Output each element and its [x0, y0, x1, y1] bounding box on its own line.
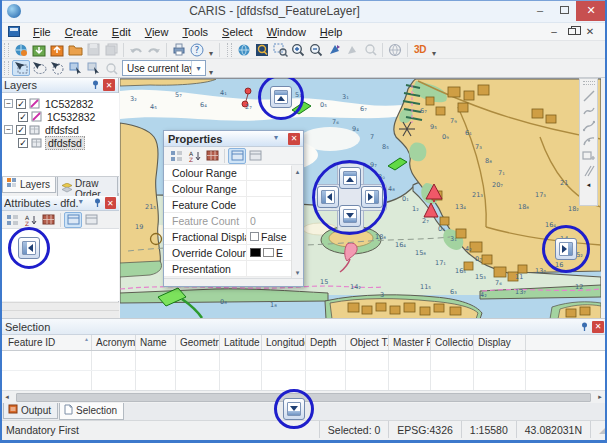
mdi-close-button[interactable]: ✕ [581, 25, 599, 39]
column-header-master-f[interactable]: Master F... [389, 335, 431, 350]
property-row[interactable]: Fractional DisplayFalse [164, 229, 291, 245]
attributes-panel-titlebar[interactable]: Attributes - dfd... ▾ ✕ [0, 196, 119, 211]
document-menu-icon[interactable] [8, 26, 20, 37]
open-folder-icon[interactable] [66, 42, 84, 58]
print-icon[interactable] [170, 42, 188, 58]
export-icon[interactable] [48, 42, 66, 58]
window-menu-icon[interactable]: ▾ [274, 133, 286, 145]
redo-icon[interactable] [145, 42, 163, 58]
categorized-view-icon[interactable] [167, 148, 185, 164]
toolbar-grip[interactable] [4, 61, 9, 75]
save-all-icon[interactable] [102, 42, 120, 58]
rotate-view-icon[interactable] [325, 42, 343, 58]
property-row[interactable]: Override ColourE [164, 245, 291, 261]
select-circle-tool-icon[interactable] [48, 60, 66, 76]
select-add-tool-icon[interactable] [66, 60, 84, 76]
zoom-in-icon[interactable] [289, 42, 307, 58]
property-row[interactable]: Feature Count0 [164, 213, 291, 229]
property-row[interactable]: Colour Range [164, 165, 291, 181]
column-header-latitude[interactable]: Latitude [220, 335, 262, 350]
tab-output[interactable]: Output [3, 403, 58, 419]
close-button[interactable]: ✕ [576, 0, 606, 21]
toolbar-grip[interactable] [583, 81, 595, 85]
maximize-button[interactable] [552, 1, 576, 20]
layer-tree-item[interactable]: −✓dfdsfsd [0, 123, 119, 136]
menu-item-window[interactable]: Window [260, 24, 313, 40]
layers-panel-titlebar[interactable]: Layers ✕ [0, 78, 118, 93]
new-session-icon[interactable] [12, 42, 30, 58]
properties-close-button[interactable]: ✕ [288, 133, 300, 145]
undo-icon[interactable] [127, 42, 145, 58]
menu-item-select[interactable]: Select [215, 24, 260, 40]
import-icon[interactable] [30, 42, 48, 58]
fit-view-icon[interactable] [235, 42, 253, 58]
color-swatch-white[interactable] [263, 248, 274, 257]
menu-item-view[interactable]: View [138, 24, 176, 40]
column-header-feature-id[interactable]: Feature ID▲ [4, 335, 92, 350]
zoom-out-icon[interactable] [307, 42, 325, 58]
spline-tool-icon[interactable] [581, 118, 597, 133]
tab-selection[interactable]: Selection [59, 403, 124, 420]
property-row[interactable]: Presentation [164, 261, 291, 277]
layers-panel-close-button[interactable]: ✕ [103, 79, 115, 91]
layer-visibility-checkbox[interactable]: ✓ [16, 125, 26, 135]
property-value[interactable] [246, 261, 291, 276]
pin-icon[interactable] [578, 321, 590, 333]
pin-icon[interactable] [89, 79, 101, 91]
combo-dropdown-icon[interactable]: ▾ [191, 61, 205, 75]
property-value[interactable]: 0 [246, 213, 291, 228]
checkbox[interactable] [250, 232, 259, 241]
toolbar-grip[interactable] [4, 43, 9, 57]
layer-visibility-checkbox[interactable]: ✓ [18, 138, 28, 148]
arc-tool-icon[interactable] [581, 133, 597, 148]
minimize-button[interactable]: – [528, 1, 552, 20]
mdi-restore-button[interactable] [563, 25, 581, 39]
title-bar[interactable]: CARIS - [dfdsfsd_FeatureLayer] – ✕ [0, 0, 607, 23]
selection-panel-close-button[interactable]: ✕ [592, 321, 604, 333]
toolbar-collapse-icon[interactable]: ◂ [587, 181, 591, 189]
tree-expander-icon[interactable]: − [4, 99, 13, 108]
zoom-window-icon[interactable] [253, 42, 271, 58]
column-header-collectio[interactable]: Collectio... [431, 335, 474, 350]
property-value[interactable] [246, 197, 291, 212]
column-header-object-t[interactable]: Object T... [346, 335, 389, 350]
property-value[interactable] [246, 181, 291, 196]
split-view-icon[interactable] [228, 148, 246, 164]
selection-scope-combo[interactable]: Use current layer ▾ [122, 60, 206, 76]
menu-item-create[interactable]: Create [58, 24, 105, 40]
pin-icon[interactable] [92, 197, 103, 209]
categorized-view-icon[interactable] [3, 212, 21, 228]
property-row[interactable]: Feature Code [164, 197, 291, 213]
globe-icon[interactable] [386, 42, 404, 58]
scroll-left-icon[interactable]: ◂ [0, 392, 14, 403]
save-icon[interactable] [84, 42, 102, 58]
property-value[interactable]: E [246, 245, 291, 260]
properties-scrollbar[interactable]: ▴ ▾ [291, 166, 302, 278]
attributes-panel-close-button[interactable]: ✕ [105, 197, 116, 209]
column-header-display[interactable]: Display [474, 335, 526, 350]
toolbar-grip[interactable] [227, 43, 232, 57]
split-view-icon[interactable] [64, 212, 82, 228]
menu-item-help[interactable]: Help [313, 24, 350, 40]
menu-item-tools[interactable]: Tools [175, 24, 215, 40]
properties-resize-strip[interactable] [164, 278, 303, 286]
layer-tree-item[interactable]: ✓1C532832 [0, 110, 119, 123]
tab-layers[interactable]: Layers [2, 177, 56, 193]
grid-view-icon[interactable] [203, 148, 221, 164]
single-view-icon[interactable] [82, 212, 100, 228]
scroll-up-icon[interactable]: ▴ [292, 166, 303, 177]
properties-window[interactable]: Properties ▾ ✕ AZ Colour RangeColour Ran… [163, 130, 304, 287]
layer-visibility-checkbox[interactable]: ✓ [16, 99, 26, 109]
line-tool-icon[interactable] [581, 88, 597, 103]
area-tool-icon[interactable] [581, 148, 597, 163]
3d-view-icon[interactable]: 3D [411, 42, 429, 58]
sort-az-icon[interactable]: AZ [185, 148, 203, 164]
column-header-longitude[interactable]: Longitude [262, 335, 306, 350]
column-header-geometry[interactable]: Geometry [176, 335, 220, 350]
column-header-name[interactable]: Name [136, 335, 176, 350]
sort-az-icon[interactable]: AZ [21, 212, 39, 228]
single-view-icon[interactable] [246, 148, 264, 164]
mdi-minimize-button[interactable]: – [545, 25, 563, 39]
layer-visibility-checkbox[interactable]: ✓ [18, 112, 28, 122]
menu-item-edit[interactable]: Edit [105, 24, 138, 40]
